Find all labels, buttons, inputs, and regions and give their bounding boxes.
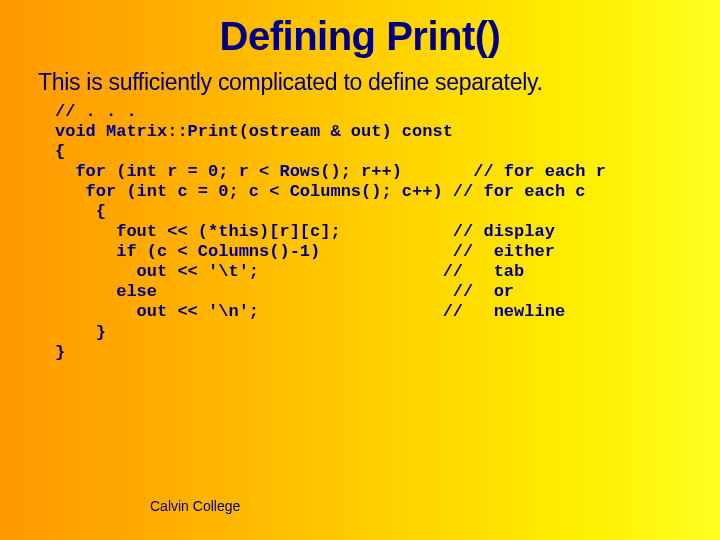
slide-subtitle: This is sufficiently complicated to defi…	[0, 59, 720, 96]
footer-text: Calvin College	[150, 498, 240, 514]
code-block: // . . . void Matrix::Print(ostream & ou…	[0, 96, 720, 363]
slide-title: Defining Print()	[0, 0, 720, 59]
